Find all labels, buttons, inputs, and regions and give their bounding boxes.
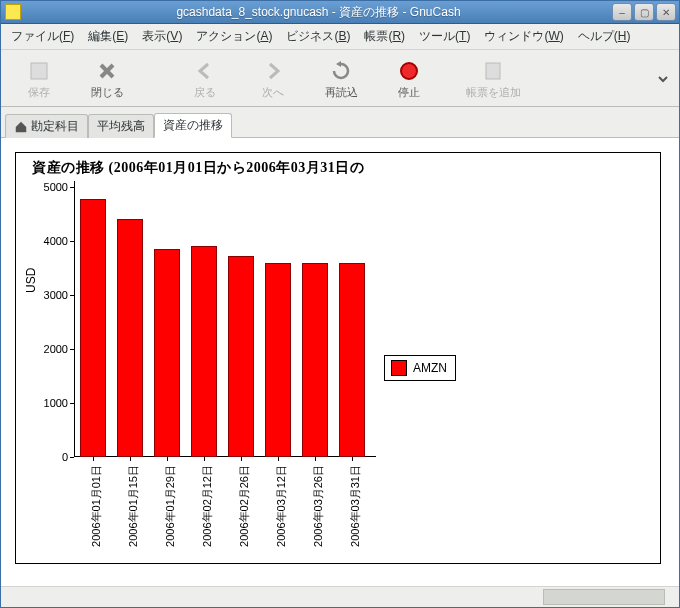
y-tick (70, 241, 74, 242)
svg-point-3 (401, 63, 417, 79)
menu-view[interactable]: 表示(V) (136, 26, 188, 47)
report-content: 資産の推移 (2006年01月01日から2006年03月31日の USD 010… (1, 138, 679, 586)
bar (228, 256, 254, 457)
tab-asset-trend[interactable]: 資産の推移 (154, 113, 232, 138)
y-tick-label: 1000 (32, 397, 68, 409)
y-tick (70, 349, 74, 350)
y-tick (70, 187, 74, 188)
menu-window[interactable]: ウィンドウ(W) (478, 26, 569, 47)
reload-icon (329, 59, 353, 83)
stop-icon (397, 59, 421, 83)
y-tick-label: 5000 (32, 181, 68, 193)
legend-swatch (391, 360, 407, 376)
save-button[interactable]: 保存 (5, 55, 73, 103)
add-report-icon (481, 59, 505, 83)
save-label: 保存 (28, 85, 50, 100)
x-tick (93, 457, 94, 461)
forward-label: 次へ (262, 85, 284, 100)
save-icon (27, 59, 51, 83)
back-icon (193, 59, 217, 83)
x-tick (167, 457, 168, 461)
x-tick (278, 457, 279, 461)
toolbar: 保存 閉じる 戻る 次へ 再読込 停止 帳票を追加 (1, 50, 679, 107)
tab-accounts-label: 勘定科目 (31, 118, 79, 135)
statusbar (1, 586, 679, 607)
y-tick-label: 0 (32, 451, 68, 463)
bar (265, 263, 291, 457)
home-icon (14, 120, 28, 134)
plot-area: 010002000300040005000 2006年01月01日2006年01… (74, 187, 370, 457)
add-report-label: 帳票を追加 (466, 85, 521, 100)
menu-tools[interactable]: ツール(T) (413, 26, 476, 47)
chart-title: 資産の推移 (2006年01月01日から2006年03月31日の (16, 159, 660, 177)
tab-asset-trend-label: 資産の推移 (163, 117, 223, 134)
y-tick (70, 457, 74, 458)
stop-button[interactable]: 停止 (375, 55, 443, 103)
chevron-down-icon (657, 73, 669, 85)
y-tick (70, 403, 74, 404)
reload-label: 再読込 (325, 85, 358, 100)
bar (117, 219, 143, 457)
tabbar: 勘定科目 平均残高 資産の推移 (1, 107, 679, 138)
tab-avg-balance[interactable]: 平均残高 (88, 114, 154, 138)
app-window: gcashdata_8_stock.gnucash - 資産の推移 - GnuC… (0, 0, 680, 608)
minimize-button[interactable]: – (612, 3, 632, 21)
x-tick-label: 2006年03月12日 (274, 465, 289, 547)
chart-frame: 資産の推移 (2006年01月01日から2006年03月31日の USD 010… (15, 152, 661, 564)
x-tick (241, 457, 242, 461)
y-tick-label: 4000 (32, 235, 68, 247)
window-title: gcashdata_8_stock.gnucash - 資産の推移 - GnuC… (25, 4, 612, 21)
svg-rect-4 (486, 63, 500, 79)
x-tick (352, 457, 353, 461)
bar (154, 249, 180, 457)
toolbar-expand-button[interactable] (651, 55, 675, 103)
y-tick-label: 3000 (32, 289, 68, 301)
stop-label: 停止 (398, 85, 420, 100)
status-progress (543, 589, 665, 605)
x-tick-label: 2006年03月26日 (311, 465, 326, 547)
x-tick-label: 2006年03月31日 (348, 465, 363, 547)
close-button[interactable]: 閉じる (73, 55, 141, 103)
back-button[interactable]: 戻る (171, 55, 239, 103)
x-tick-label: 2006年02月12日 (200, 465, 215, 547)
back-label: 戻る (194, 85, 216, 100)
tab-avg-balance-label: 平均残高 (97, 118, 145, 135)
menu-business[interactable]: ビジネス(B) (280, 26, 356, 47)
bar (191, 246, 217, 457)
titlebar: gcashdata_8_stock.gnucash - 資産の推移 - GnuC… (1, 1, 679, 24)
close-window-button[interactable]: ✕ (656, 3, 676, 21)
svg-rect-0 (31, 63, 47, 79)
x-tick-label: 2006年01月29日 (163, 465, 178, 547)
forward-button[interactable]: 次へ (239, 55, 307, 103)
x-tick (315, 457, 316, 461)
menu-help[interactable]: ヘルプ(H) (572, 26, 637, 47)
app-icon (5, 4, 21, 20)
maximize-button[interactable]: ▢ (634, 3, 654, 21)
menubar: ファイル(F) 編集(E) 表示(V) アクション(A) ビジネス(B) 帳票(… (1, 24, 679, 50)
menu-edit[interactable]: 編集(E) (82, 26, 134, 47)
x-tick-label: 2006年02月26日 (237, 465, 252, 547)
menu-reports[interactable]: 帳票(R) (358, 26, 411, 47)
menu-actions[interactable]: アクション(A) (190, 26, 278, 47)
close-icon (95, 59, 119, 83)
add-report-button[interactable]: 帳票を追加 (459, 55, 527, 103)
reload-button[interactable]: 再読込 (307, 55, 375, 103)
y-tick (70, 295, 74, 296)
menu-file[interactable]: ファイル(F) (5, 26, 80, 47)
forward-icon (261, 59, 285, 83)
x-tick-label: 2006年01月01日 (89, 465, 104, 547)
bar (339, 263, 365, 457)
y-tick-label: 2000 (32, 343, 68, 355)
legend: AMZN (384, 355, 456, 381)
x-tick-label: 2006年01月15日 (126, 465, 141, 547)
x-tick (204, 457, 205, 461)
tab-accounts[interactable]: 勘定科目 (5, 114, 88, 138)
legend-label: AMZN (413, 361, 447, 375)
bar (302, 263, 328, 457)
bar (80, 199, 106, 457)
x-tick (130, 457, 131, 461)
close-label: 閉じる (91, 85, 124, 100)
